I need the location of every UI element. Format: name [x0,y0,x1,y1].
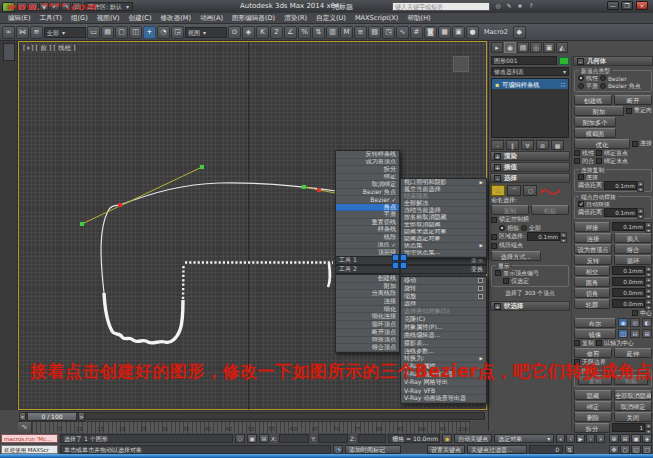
outline-button[interactable]: 轮廓 [574,299,610,309]
mirror-button[interactable]: 镜像 [574,329,616,339]
quad-menu-item[interactable]: 状态集▶ [401,243,486,250]
quad-menu-item[interactable]: 全部解冻 [401,200,486,207]
menu-item[interactable]: 渲染(R) [280,14,311,23]
rollout-rendering[interactable]: +渲染 [490,151,570,161]
pan-icon[interactable]: ✥ [609,445,619,454]
vertex-subobject-button[interactable]: ∴ [491,185,505,196]
bezier-vertex[interactable] [118,203,122,207]
menu-item[interactable]: 图形编辑器(D) [228,14,279,23]
select-by-name-icon[interactable]: ▤ [101,26,114,39]
maxscript-mini-listener-white[interactable]: 欢迎使用 MAXScr [1,445,58,454]
chamfer-button[interactable]: 切角 [574,288,610,298]
cross-section-button[interactable]: 横截面 [574,128,616,138]
reverse-button[interactable]: 反转 [574,255,612,265]
select-object-icon[interactable]: ▭ [87,26,100,39]
spline-curve[interactable] [101,183,336,293]
play-button[interactable]: ▶ [576,434,585,443]
weld-spinner[interactable]: 0.1mm▴▾ [612,222,652,231]
remove-modifier-icon[interactable]: ⊘ [536,140,549,150]
quad-menu-item[interactable]: 角点 [336,204,399,212]
spline-thick-segment[interactable] [104,293,183,343]
fillet-spinner[interactable]: 0.0mm▴▾ [612,277,652,286]
quad-menu-item[interactable]: 对象属性(P)... [401,324,486,332]
mirror-copy-checkbox[interactable] [574,340,580,346]
selected-only-checkbox[interactable] [503,278,509,284]
material-editor-icon[interactable]: ◙ [424,26,437,39]
alike-radio[interactable] [499,225,505,231]
create-line-button[interactable]: 创建线 [574,95,612,105]
extend-button[interactable]: 延伸 [614,348,652,358]
graphite-ribbon-icon[interactable]: ◳ [382,26,395,39]
attach-button[interactable]: 附加 [574,106,624,116]
quad-menu-item[interactable]: 旋转 [401,285,486,293]
collapse-icon[interactable]: - [494,175,501,182]
paste-selection-button[interactable]: 粘贴 [531,205,569,215]
copy-selection-button[interactable]: 复制 [491,205,529,215]
quad-menu-item[interactable]: 缩放 [401,293,486,301]
maxscript-mini-listener-pink[interactable]: macros.run 'Mc... [1,434,58,443]
display-tab-icon[interactable]: ▣ [543,42,555,53]
quad-menu-item[interactable]: V-Ray VFB [401,387,486,395]
menu-item[interactable]: 帮助(H) [403,14,434,23]
modifier-stack[interactable]: ▪ 可编辑样条线 ∷ [491,78,569,138]
frame-spinner[interactable]: ⇅ [565,445,574,454]
expand-icon[interactable]: + [494,303,501,310]
menu-item[interactable]: 创建(C) [125,14,156,23]
chamfer-spinner[interactable]: 0.0mm▴▾ [612,288,652,297]
quad-menu-item[interactable]: 平滑 [336,211,399,219]
render-setup-icon[interactable]: ▦ [438,26,451,39]
cross-insert-button[interactable]: 相交 [574,266,610,276]
spline-subobject-button[interactable]: ○ [523,185,537,196]
menu-item[interactable]: 视图(V) [93,14,124,23]
dock-handle[interactable] [3,43,15,61]
hide-button[interactable]: 隐藏 [574,390,612,400]
unbind-button[interactable]: 取消绑定 [614,401,652,411]
utilities-tab-icon[interactable]: ◭ [556,42,568,53]
quad-menu-item[interactable]: 反转样条线 [336,151,399,159]
modifier-list-dropdown[interactable]: 修改器列表▾ [491,67,569,76]
rollout-selection[interactable]: -选择 [490,173,570,183]
select-and-rotate-icon[interactable]: ◔ [157,26,170,39]
handle-endpoint[interactable] [200,165,204,169]
named-selection-sets-icon[interactable]: ▥ [326,26,339,39]
spinner-snap-icon[interactable]: ⇅ [312,26,325,39]
selection-lock-icon[interactable]: ▣ [247,434,257,443]
align-icon[interactable]: ≡ [354,26,367,39]
quad-menu-item[interactable]: 连接 [336,298,399,306]
bezier-radio[interactable] [600,75,606,81]
y-coordinate-field[interactable] [318,434,348,443]
mirror-both-icon[interactable]: ⊞ [642,329,652,338]
auto-weld-threshold-spinner[interactable]: 0.1mm▴▾ [604,208,644,217]
show-end-result-icon[interactable]: ‖ [506,140,519,150]
schematic-view-icon[interactable]: # [410,26,423,39]
quad-menu-item[interactable]: 全部取消隐藏 [401,222,486,229]
menu-item[interactable]: 编辑(E) [4,14,35,23]
bind-button[interactable]: 绑定 [574,401,612,411]
closed-checkbox[interactable] [574,158,580,164]
area-selection-spinner[interactable]: 0.1mm▴▾ [527,232,567,241]
spline-hook[interactable] [328,263,330,287]
select-and-move-icon[interactable]: + [143,26,156,39]
key-selection-set-dropdown[interactable]: 选定对象▾ [494,434,554,443]
trim-button[interactable]: 修剪 [574,348,612,358]
layer-manager-icon[interactable]: ▧ [368,26,381,39]
quad-menu-item[interactable]: 克隆(C) [401,316,486,324]
zoom-icon[interactable]: ⊕ [609,434,619,443]
percent-snap-icon[interactable]: % [298,26,311,39]
configure-modifier-sets-icon[interactable]: ▦ [551,140,564,150]
quad-menu-item[interactable]: Bezier 角点 [336,189,399,197]
fov-icon[interactable]: ◈ [642,434,652,443]
go-to-start-button[interactable]: « [556,434,565,443]
window-crossing-icon[interactable]: ◫ [129,26,142,39]
select-and-scale-icon[interactable]: ◲ [171,26,184,39]
mirror-v-icon[interactable]: ⊟ [630,329,640,338]
divide-button[interactable]: 拆分 [574,423,610,433]
bind-first-checkbox[interactable] [596,150,602,156]
mini-curve-editor-button[interactable]: ∿ [18,422,32,433]
divide-spinner[interactable]: 1▴▾ [612,423,652,432]
quad-menu-item[interactable]: V-Ray 动画场景导出器 [401,395,486,403]
rollout-interpolation[interactable]: +插值 [490,162,570,172]
all-radio[interactable] [521,225,527,231]
quad-menu-item[interactable]: 样条线 [336,226,399,234]
connect-copy-checkbox[interactable] [578,174,584,180]
